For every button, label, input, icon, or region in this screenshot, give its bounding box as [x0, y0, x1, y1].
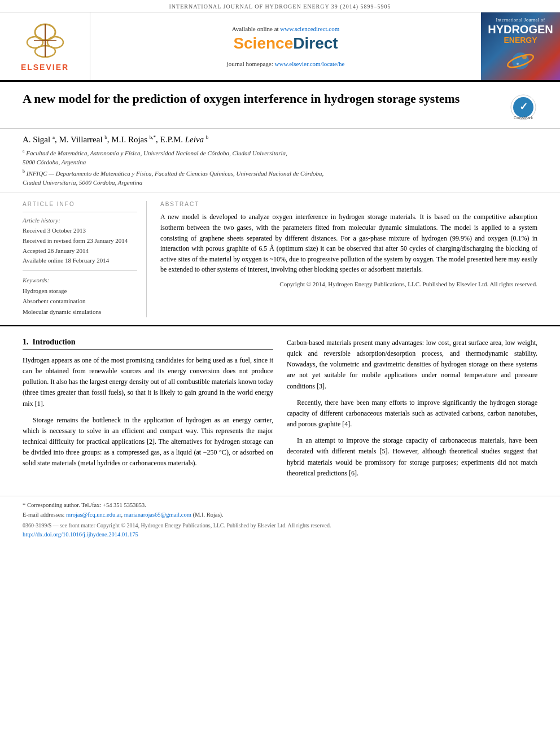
keyword-1: Hydrogen storage [23, 286, 137, 296]
body-para-4: Recently, there have been many efforts t… [287, 397, 537, 430]
body-section: 1. Introduction Hydrogen appears as one … [0, 326, 560, 496]
accepted-date: Accepted 26 January 2014 [23, 246, 137, 256]
issn-copyright: 0360-3199/$ — see front matter Copyright… [23, 521, 537, 530]
journal-header-bar: International Journal of Hydrogen Energy… [0, 0, 560, 12]
body-para-5: In an attempt to improve the storage cap… [287, 435, 537, 479]
email2-note: (M.I. Rojas). [193, 512, 223, 518]
abstract-copyright: Copyright © 2014, Hydrogen Energy Public… [160, 279, 537, 289]
svg-text:✓: ✓ [519, 101, 528, 112]
footnote-section: * Corresponding author. Tel./fax: +54 35… [0, 496, 560, 543]
available-text: Available online at www.sciencedirect.co… [232, 25, 340, 32]
email-line: E-mail addresses: mrojas@fcq.unc.edu.ar,… [23, 510, 537, 520]
planet-icon [506, 47, 535, 75]
email2-link[interactable]: marianarojas65@gmail.com [124, 512, 191, 518]
article-info-panel: Article Info Article history: Received 3… [23, 201, 147, 317]
authors-line: A. Sigal a, M. Villarreal b, M.I. Rojas … [23, 134, 537, 145]
article-title: A new model for the prediction of oxygen… [23, 91, 509, 107]
article-info-label: Article Info [23, 201, 137, 207]
email1-link[interactable]: mrojas@fcq.unc.edu.ar [66, 512, 121, 518]
authors-section: A. Sigal a, M. Villarreal b, M.I. Rojas … [0, 129, 560, 193]
article-info-abstract: Article Info Article history: Received 3… [0, 193, 560, 326]
elsevier-tree-icon [23, 21, 68, 60]
keyword-2: Absorbent contamination [23, 296, 137, 307]
title-section: A new model for the prediction of oxygen… [0, 82, 560, 129]
doi-link: http://dx.doi.org/10.1016/j.ijhydene.201… [23, 530, 537, 540]
corresponding-author: * Corresponding author. Tel./fax: +54 35… [23, 501, 537, 510]
body-para-3: Carbon-based materials present many adva… [287, 338, 537, 392]
elsevier-logo-area: ELSEVIER [0, 12, 90, 80]
section1-title: 1. Introduction [23, 338, 273, 350]
affiliation-a: a Facultad de Matemática, Astronomía y F… [23, 148, 537, 167]
abstract-label: Abstract [160, 201, 537, 207]
journal-header: ELSEVIER Available online at www.science… [0, 12, 560, 82]
keywords-title: Keywords: [23, 277, 137, 283]
journal-title: International Journal of Hydrogen Energy… [169, 3, 391, 10]
sciencedirect-url[interactable]: www.sciencedirect.com [280, 25, 339, 32]
doi-anchor[interactable]: http://dx.doi.org/10.1016/j.ijhydene.201… [23, 531, 138, 538]
revised-date: Received in revised form 23 January 2014 [23, 236, 137, 246]
article-history-title: Article history: [23, 217, 137, 224]
affiliation-b: b INFIQC — Departamento de Matemática y … [23, 168, 537, 187]
journal-energy-text: ENERGY [504, 36, 537, 45]
journal-center-area: Available online at www.sciencedirect.co… [90, 12, 481, 80]
keyword-3: Molecular dynamic simulations [23, 307, 137, 317]
body-right-col: Carbon-based materials present many adva… [287, 338, 537, 484]
homepage-text: journal homepage: www.elsevier.com/locat… [227, 60, 345, 67]
abstract-panel: Abstract A new model is developed to ana… [160, 201, 537, 317]
page-container: International Journal of Hydrogen Energy… [0, 0, 560, 543]
body-para-1: Hydrogen appears as one of the most prom… [23, 355, 273, 409]
svg-point-8 [522, 55, 527, 59]
body-two-col: 1. Introduction Hydrogen appears as one … [23, 338, 537, 484]
homepage-url[interactable]: www.elsevier.com/locate/he [275, 60, 345, 67]
body-left-col: 1. Introduction Hydrogen appears as one … [23, 338, 273, 484]
svg-text:CrossMark: CrossMark [514, 116, 533, 120]
abstract-text: A new model is developed to analyze oxyg… [160, 212, 537, 275]
crossmark-icon: ✓ CrossMark [509, 93, 537, 121]
journal-cover: International Journal of HYDROGEN ENERGY [481, 12, 560, 80]
available-online-date: Available online 18 February 2014 [23, 256, 137, 266]
received-date: Received 3 October 2013 [23, 226, 137, 236]
svg-point-9 [517, 63, 519, 65]
body-para-2: Storage remains the bottleneck in the ap… [23, 415, 273, 469]
elsevier-wordmark: ELSEVIER [21, 63, 69, 72]
sciencedirect-logo: ScienceDirect [233, 34, 338, 53]
journal-intl-text: International Journal of [496, 18, 545, 23]
journal-hydrogen-text: HYDROGEN [488, 23, 553, 36]
